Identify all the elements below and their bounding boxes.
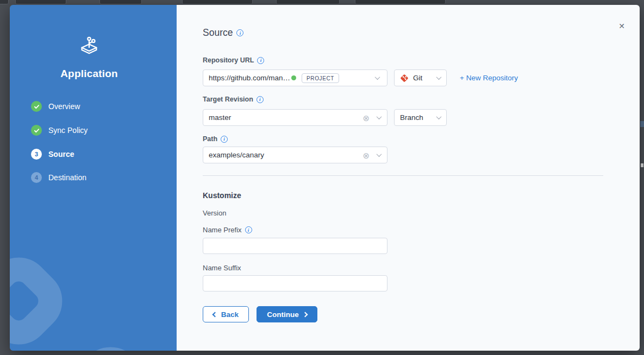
repository-url-combobox[interactable]: https://github.com/man… PROJECT <box>203 69 387 86</box>
repository-url-value: https://github.com/man… <box>209 74 290 82</box>
sidebar-item-source[interactable]: 3 Source <box>31 148 74 160</box>
name-prefix-input[interactable] <box>203 238 387 254</box>
target-revision-label: Target Revision <box>203 96 264 103</box>
info-icon[interactable] <box>257 96 264 103</box>
info-icon[interactable] <box>236 29 243 36</box>
project-badge: PROJECT <box>302 73 339 83</box>
back-button[interactable]: Back <box>203 306 249 322</box>
sidebar-item-overview[interactable]: Overview <box>31 100 80 112</box>
step-number-badge: 3 <box>31 149 42 160</box>
name-prefix-label: Name Prefix <box>203 226 252 234</box>
continue-button[interactable]: Continue <box>257 306 317 322</box>
step-label: Source <box>48 150 74 159</box>
label-text: Name Suffix <box>203 264 241 272</box>
label-text: Version <box>203 209 226 217</box>
background-tab <box>276 0 340 4</box>
revision-type-value: Branch <box>400 113 423 122</box>
sidebar-item-sync-policy[interactable]: Sync Policy <box>31 124 87 136</box>
wizard-title: Application <box>10 68 168 80</box>
check-icon <box>31 101 42 112</box>
label-text: Path <box>203 135 217 143</box>
label-text: Target Revision <box>203 96 253 103</box>
background-tab <box>0 0 9 4</box>
wizard-sidebar: Application Overview Sync Policy 3 Sourc… <box>10 5 177 351</box>
check-icon <box>31 125 42 136</box>
continue-button-label: Continue <box>267 310 299 319</box>
git-icon <box>400 74 409 83</box>
step-number-badge: 4 <box>31 172 42 183</box>
label-text: Name Prefix <box>203 226 242 234</box>
chevron-left-icon <box>212 312 217 317</box>
info-icon[interactable] <box>245 226 252 233</box>
chevron-down-icon <box>436 114 442 119</box>
background-artifact <box>640 121 644 127</box>
version-label: Version <box>203 209 226 217</box>
repo-type-value: Git <box>413 74 422 82</box>
repository-url-label: Repository URL <box>203 56 264 64</box>
source-step-panel: ✕ Source Repository URL https://github.c… <box>177 5 640 351</box>
step-label: Sync Policy <box>48 126 87 135</box>
watermark-logo <box>10 245 75 351</box>
application-wizard-dialog: Application Overview Sync Policy 3 Sourc… <box>10 5 640 351</box>
watermark-logo <box>54 334 167 351</box>
back-button-label: Back <box>221 310 239 319</box>
step-label: Destination <box>48 173 86 182</box>
background-tab <box>182 0 253 4</box>
kustomize-heading: Kustomize <box>203 191 241 200</box>
new-repository-link[interactable]: + New Repository <box>460 74 518 82</box>
background-artifact <box>641 163 643 167</box>
revision-type-select[interactable]: Branch <box>394 109 447 126</box>
path-label: Path <box>203 135 228 143</box>
page-title-text: Source <box>203 27 233 39</box>
chevron-down-icon[interactable] <box>375 74 380 80</box>
info-icon[interactable] <box>221 136 228 143</box>
background-tab <box>355 0 446 4</box>
section-divider <box>203 175 603 176</box>
clear-icon[interactable] <box>362 151 370 159</box>
label-text: Repository URL <box>203 56 254 64</box>
target-revision-input[interactable] <box>203 109 387 126</box>
chevron-right-icon <box>302 312 308 317</box>
background-tab <box>99 0 142 4</box>
sidebar-item-destination[interactable]: 4 Destination <box>31 172 86 183</box>
clear-icon[interactable] <box>362 113 370 122</box>
repo-connected-status-dot <box>291 75 296 80</box>
repo-type-select[interactable]: Git <box>394 69 447 86</box>
background-tab <box>15 0 66 4</box>
name-suffix-input[interactable] <box>203 275 387 291</box>
close-icon[interactable]: ✕ <box>617 21 627 31</box>
path-input[interactable] <box>203 147 387 163</box>
chevron-down-icon <box>436 74 442 80</box>
info-icon[interactable] <box>257 57 264 64</box>
page-title: Source <box>203 27 243 39</box>
application-box-icon <box>77 32 102 57</box>
step-label: Overview <box>48 102 80 111</box>
name-suffix-label: Name Suffix <box>203 264 241 272</box>
